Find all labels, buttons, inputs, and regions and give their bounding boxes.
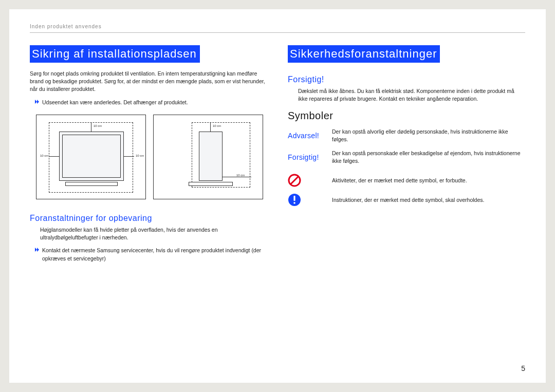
diagram-side: 10 cm 10 cm (153, 115, 263, 199)
diagram-front-top: 10 cm (93, 124, 102, 127)
note-bullet: Udseendet kan være anderledes. Det afhæn… (35, 99, 267, 106)
svg-point-8 (293, 202, 295, 204)
play-bullet-icon (35, 100, 39, 104)
symbol-row-must: Instruktioner, der er mærket med dette s… (288, 193, 525, 207)
content-columns: Sikring af installationspladsen Sørg for… (30, 45, 525, 271)
storage-bullet: Kontakt det nærmeste Samsung servicecent… (35, 247, 267, 262)
page-number: 5 (521, 364, 525, 372)
svg-line-5 (291, 177, 299, 184)
header-rule (30, 32, 525, 33)
symbol-row-prohibit: Aktiviteter, der er mærket med dette sym… (288, 174, 525, 187)
diagram-side-right: 10 cm (236, 174, 245, 177)
storage-text: Højglansmodeller kan få hvide pletter på… (40, 226, 267, 241)
must-text: Instruktioner, der er mærket med dette s… (332, 196, 484, 204)
storage-bullet-text: Kontakt det nærmeste Samsung servicecent… (42, 247, 267, 262)
warning-label: Advarsel! (288, 132, 325, 140)
svg-rect-7 (293, 196, 295, 201)
mandatory-icon (288, 193, 301, 207)
section-title-safety: Sikkerhedsforanstaltninger (288, 45, 440, 63)
prohibit-icon (288, 174, 301, 187)
right-column: Sikkerhedsforanstaltninger Forsigtig! Dæ… (288, 45, 525, 271)
prohibit-text: Aktiviteter, der er mærket med dette sym… (332, 177, 467, 184)
breadcrumb: Inden produktet anvendes (30, 24, 525, 29)
caution-text: Dækslet må ikke åbnes. Du kan få elektri… (298, 87, 525, 103)
storage-heading: Foranstaltninger for opbevaring (30, 214, 267, 223)
diagram-front-right: 10 cm (135, 154, 144, 157)
diagram-front: 10 cm 10 cm 10 cm (36, 115, 146, 199)
note-text: Udseendet kan være anderledes. Det afhæn… (42, 99, 188, 106)
play-bullet-icon (35, 248, 39, 252)
caution-heading: Forsigtig! (288, 75, 525, 84)
section-title-installation: Sikring af installationspladsen (30, 45, 200, 63)
diagram-side-top: 10 cm (212, 124, 221, 127)
svg-marker-1 (37, 100, 39, 104)
warning-text: Der kan opstå alvorlig eller dødelig per… (332, 128, 525, 143)
diagram-row: 10 cm 10 cm 10 cm 10 cm 10 cm (36, 115, 267, 199)
svg-marker-0 (35, 100, 37, 104)
intro-text: Sørg for noget plads omkring produktet t… (30, 70, 267, 94)
diagram-front-left: 10 cm (40, 154, 49, 157)
svg-marker-2 (35, 248, 37, 252)
caution-symbol-text: Der kan opstå personskade eller beskadig… (332, 150, 525, 164)
manual-page: Inden produktet anvendes Sikring af inst… (9, 9, 546, 383)
caution-label: Forsigtig! (288, 153, 325, 161)
symbols-heading: Symboler (288, 110, 525, 122)
symbol-row-warning: Advarsel! Der kan opstå alvorlig eller d… (288, 128, 525, 143)
svg-marker-3 (37, 248, 39, 252)
left-column: Sikring af installationspladsen Sørg for… (30, 45, 267, 271)
symbol-row-caution: Forsigtig! Der kan opstå personskade ell… (288, 150, 525, 164)
